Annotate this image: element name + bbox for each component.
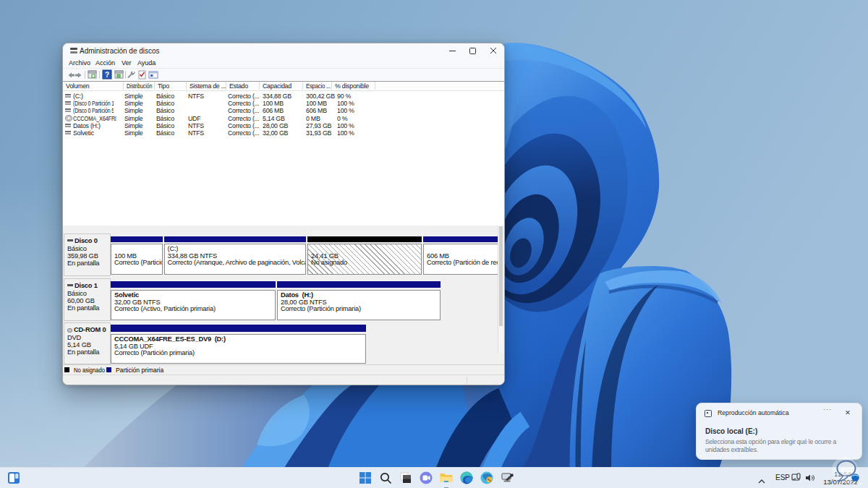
svg-text:?: ? — [105, 71, 109, 79]
